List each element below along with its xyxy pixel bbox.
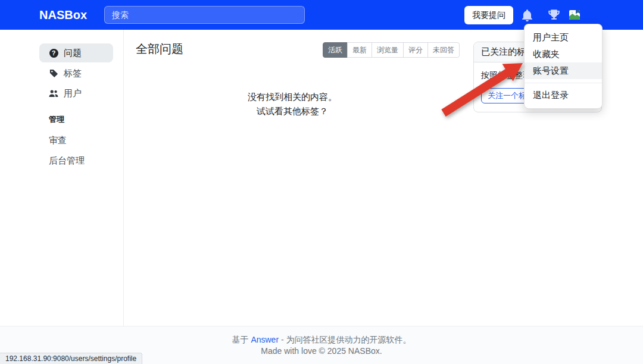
answer-link[interactable]: Answer: [251, 335, 279, 344]
sidebar-item-label: 问题: [64, 48, 82, 59]
user-avatar-broken-image-icon[interactable]: [567, 8, 582, 22]
question-circle-icon: ?: [49, 48, 58, 58]
empty-state-message: 没有找到相关的内容。 试试看其他标签？: [124, 90, 461, 118]
footer-powered-by: 基于 Answer - 为问答社区提供动力的开源软件。: [0, 334, 643, 346]
sidebar-item-label: 用户: [64, 88, 82, 99]
sidebar-item-label: 审查: [49, 135, 67, 146]
menu-item-logout[interactable]: 退出登录: [525, 87, 602, 103]
sidebar-item-tags[interactable]: 标签: [39, 64, 113, 83]
sidebar-item-admin[interactable]: 后台管理: [39, 152, 113, 170]
menu-item-account-settings[interactable]: 账号设置: [525, 62, 602, 79]
filter-views[interactable]: 浏览量: [372, 42, 404, 58]
sidebar-nav: ? 问题 标签 用户 管理 审查 后台管理: [39, 43, 113, 170]
sidebar-item-label: 后台管理: [49, 155, 85, 167]
menu-item-favorites[interactable]: 收藏夹: [525, 46, 602, 62]
empty-state-line1: 没有找到相关的内容。: [124, 90, 461, 104]
footer-text: - 为问答社区提供动力的开源软件。: [279, 335, 411, 344]
users-icon: [49, 89, 58, 98]
footer-text: 基于: [232, 335, 251, 344]
filter-unanswered[interactable]: 未回答: [427, 42, 460, 58]
user-dropdown-menu: 用户主页 收藏夹 账号设置 退出登录: [524, 24, 603, 109]
page: NASBox 我要提问 ? 问题 标签: [0, 0, 643, 364]
question-filter-group: 活跃 最新 浏览量 评分 未回答: [323, 42, 460, 58]
filter-score[interactable]: 评分: [403, 42, 428, 58]
sidebar-item-review[interactable]: 审查: [39, 131, 113, 149]
sidebar-section-heading: 管理: [39, 115, 113, 124]
filter-newest[interactable]: 最新: [347, 42, 372, 58]
sidebar-item-questions[interactable]: ? 问题: [39, 43, 113, 62]
sidebar-item-label: 标签: [64, 68, 82, 79]
brand-logo[interactable]: NASBox: [39, 0, 87, 30]
notifications-bell-icon[interactable]: [520, 8, 534, 22]
search-input[interactable]: [104, 6, 305, 24]
sidebar-item-users[interactable]: 用户: [39, 84, 113, 103]
page-title: 全部问题: [136, 41, 183, 57]
ask-question-button[interactable]: 我要提问: [464, 6, 513, 24]
sidebar-content-divider: [123, 30, 124, 326]
menu-divider: [525, 83, 602, 83]
browser-link-preview: 192.168.31.90:9080/users/settings/profil…: [0, 353, 142, 364]
achievements-trophy-icon[interactable]: [547, 8, 561, 22]
tag-icon: [49, 68, 58, 78]
empty-state-line2: 试试看其他标签？: [124, 104, 461, 118]
filter-active[interactable]: 活跃: [323, 42, 348, 58]
menu-item-user-homepage[interactable]: 用户主页: [525, 29, 602, 46]
